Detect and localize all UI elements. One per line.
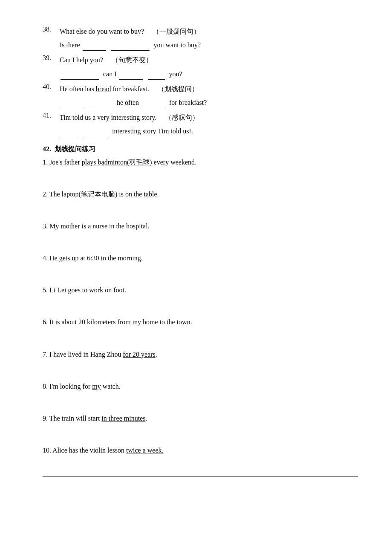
exercise-1-num: 1. Joe's father <box>43 159 82 166</box>
exercise-3-num: 3. My mother is <box>43 222 88 230</box>
exercise-5-underlined: on foot <box>105 286 124 294</box>
blank-39-1 <box>61 68 99 80</box>
exercise-4-underlined: at 6:30 in the morning <box>80 254 141 262</box>
exercise-9: 9. The train will start in three minutes… <box>43 413 358 424</box>
blank-40-1 <box>61 96 84 108</box>
item-38: 38. What else do you want to buy? （一般疑问句… <box>43 26 358 52</box>
item-40-underlined: bread <box>96 85 111 92</box>
exercise-7: 7. I have lived in Hang Zhou for 20 year… <box>43 349 358 360</box>
exercise-9-after: . <box>145 415 147 422</box>
bottom-rule <box>43 476 358 477</box>
item-41: 41. Tim told us a very interesting story… <box>43 112 358 138</box>
exercises-section: 1. Joe's father plays badminton(羽毛球) eve… <box>43 156 358 456</box>
exercise-7-num: 7. I have lived in Hang Zhou <box>43 351 123 358</box>
exercise-1: 1. Joe's father plays badminton(羽毛球) eve… <box>43 156 358 168</box>
exercise-8-underlined: my <box>92 383 101 390</box>
exercise-10-underlined: twice a week. <box>126 447 164 454</box>
item-40-main: He often has bread for breakfast. （划线提问） <box>60 83 358 95</box>
item-41-main: Tim told us a very interesting story. （感… <box>60 112 358 123</box>
item-39-sub: can I you? <box>60 68 358 80</box>
item-41-sub: interesting story Tim told us!. <box>60 125 358 137</box>
section-38-41: 38. What else do you want to buy? （一般疑问句… <box>43 26 358 139</box>
exercise-2: 2. The laptop(笔记本电脑) is on the table. <box>43 188 358 200</box>
exercise-2-num: 2. The laptop(笔记本电脑) is <box>43 190 125 198</box>
exercise-2-after: . <box>157 190 159 198</box>
exercise-6-after: from my home to the town. <box>116 318 192 326</box>
exercise-8-after: watch. <box>101 383 121 390</box>
exercise-1-underlined: plays badminton(羽毛球) <box>82 159 152 166</box>
item-39-number: 39. <box>43 54 60 81</box>
exercise-3: 3. My mother is a nurse in the hospital. <box>43 220 358 232</box>
exercise-6-num: 6. It is <box>43 318 61 326</box>
exercise-8: 8. I'm looking for my watch. <box>43 381 358 392</box>
exercise-2-underlined: on the table <box>125 190 157 198</box>
exercise-7-after: . <box>156 351 157 358</box>
item-41-content: Tim told us a very interesting story. （感… <box>60 112 358 138</box>
exercise-6: 6. It is about 20 kilometers from my hom… <box>43 316 358 328</box>
blank-38-2 <box>111 39 150 51</box>
exercise-5-after: . <box>124 286 126 294</box>
blank-41-1 <box>61 125 78 137</box>
exercise-4: 4. He gets up at 6:30 in the morning. <box>43 252 358 264</box>
item-39: 39. Can I help you? （句意不变） can I you? <box>43 54 358 81</box>
exercise-9-num: 9. The train will start <box>43 415 101 422</box>
exercise-8-num: 8. I'm looking for <box>43 383 92 390</box>
item-40: 40. He often has bread for breakfast. （划… <box>43 83 358 110</box>
exercise-5-num: 5. Li Lei goes to work <box>43 286 105 294</box>
item-38-main: What else do you want to buy? （一般疑问句） <box>60 26 358 37</box>
exercise-1-after: every weekend. <box>152 159 196 166</box>
exercise-7-underlined: for 20 years <box>123 351 155 358</box>
item-40-number: 40. <box>43 83 60 110</box>
blank-38-1 <box>83 39 106 51</box>
exercise-4-after: . <box>141 254 143 262</box>
section-42-title: 42. 划线提问练习 <box>43 145 358 154</box>
item-39-main: Can I help you? （句意不变） <box>60 54 358 66</box>
blank-40-3 <box>141 96 165 108</box>
item-38-content: What else do you want to buy? （一般疑问句） Is… <box>60 26 358 52</box>
item-40-content: He often has bread for breakfast. （划线提问）… <box>60 83 358 110</box>
exercise-6-underlined: about 20 kilometers <box>61 318 115 326</box>
exercise-4-num: 4. He gets up <box>43 254 80 262</box>
exercise-9-underlined: in three minutes <box>101 415 145 422</box>
exercise-10-num: 10. Alice has the violin lesson <box>43 447 126 454</box>
item-38-sub: Is there you want to buy? <box>60 39 358 51</box>
item-38-number: 38. <box>43 26 60 52</box>
exercise-3-underlined: a nurse in the hospital <box>88 222 147 230</box>
exercise-3-after: . <box>148 222 150 230</box>
blank-39-2 <box>119 68 143 80</box>
item-39-content: Can I help you? （句意不变） can I you? <box>60 54 358 81</box>
item-40-sub: he often for breakfast? <box>60 96 358 108</box>
item-41-number: 41. <box>43 112 60 138</box>
blank-41-2 <box>84 125 108 137</box>
blank-39-3 <box>148 68 165 80</box>
blank-40-2 <box>89 96 112 108</box>
exercise-5: 5. Li Lei goes to work on foot. <box>43 284 358 296</box>
exercise-10: 10. Alice has the violin lesson twice a … <box>43 444 358 456</box>
